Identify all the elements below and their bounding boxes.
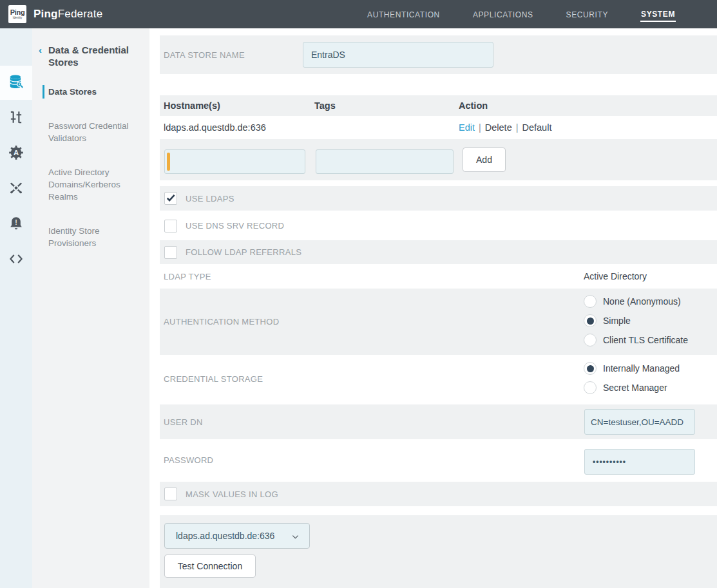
app-title-light: Federate	[58, 8, 103, 20]
radio-internally-managed[interactable]: Internally Managed	[584, 362, 680, 375]
data-stores-icon[interactable]	[8, 73, 24, 90]
radio-button-selected-icon	[584, 314, 597, 327]
user-dn-input[interactable]	[584, 409, 695, 435]
use-dns-srv-row: USE DNS SRV RECORD	[160, 214, 717, 238]
new-hostname-input[interactable]	[164, 149, 305, 174]
radio-simple[interactable]: Simple	[584, 314, 688, 327]
col-hostnames: Hostname(s)	[160, 100, 314, 111]
ping-logo-subtext: Identity	[13, 16, 23, 19]
use-ldaps-label: USE LDAPS	[186, 194, 234, 204]
radio-button-icon	[584, 334, 597, 346]
test-connection-button[interactable]: Test Connection	[164, 555, 256, 578]
main-content: DATA STORE NAME Hostname(s) Tags Action …	[160, 28, 717, 588]
password-input[interactable]	[584, 449, 695, 475]
data-store-name-input[interactable]	[303, 42, 493, 68]
top-navigation: AUTHENTICATION APPLICATIONS SECURITY SYS…	[367, 0, 676, 28]
radio-client-tls-certificate-label: Client TLS Certificate	[603, 335, 688, 345]
mask-values-row: MASK VALUES IN LOG	[160, 482, 717, 506]
alerts-bell-icon[interactable]: !	[8, 215, 24, 232]
hostname-dropdown[interactable]: ldaps.ad.questdb.de:636	[164, 523, 310, 549]
col-tags: Tags	[314, 100, 459, 111]
radio-internally-managed-label: Internally Managed	[603, 363, 680, 374]
data-store-name-row: DATA STORE NAME	[160, 35, 717, 74]
radio-simple-label: Simple	[603, 316, 631, 326]
new-tags-input[interactable]	[316, 149, 454, 174]
hosts-table-header: Hostname(s) Tags Action	[160, 95, 717, 116]
top-bar: Ping Identity PingFederate AUTHENTICATIO…	[0, 0, 717, 28]
credential-storage-group: Internally Managed Secret Manager	[584, 362, 680, 394]
svg-text:A: A	[14, 149, 19, 156]
delete-link[interactable]: Delete	[485, 122, 512, 133]
credential-storage-label: CREDENTIAL STORAGE	[164, 374, 263, 384]
ldap-type-value: Active Directory	[584, 271, 647, 281]
topology-icon[interactable]	[8, 180, 24, 196]
radio-client-tls-certificate[interactable]: Client TLS Certificate	[584, 334, 688, 346]
use-dns-srv-label: USE DNS SRV RECORD	[186, 221, 284, 231]
default-link[interactable]: Default	[522, 122, 551, 133]
radio-secret-manager[interactable]: Secret Manager	[584, 381, 680, 394]
mask-values-checkbox[interactable]	[164, 488, 177, 500]
ping-logo[interactable]: Ping Identity	[8, 5, 26, 23]
radio-button-icon	[584, 381, 597, 394]
table-row: ldaps.ad.questdb.de:636 Edit|Delete|Defa…	[160, 116, 717, 139]
follow-referrals-checkbox[interactable]	[164, 246, 177, 259]
sidebar-item-password-credential-validators[interactable]: Password Credential Validators	[48, 120, 140, 144]
ldap-type-row: LDAP TYPE Active Directory	[160, 264, 717, 289]
authentication-method-group: None (Anonymous) Simple Client TLS Certi…	[584, 295, 688, 346]
use-ldaps-row: USE LDAPS	[160, 186, 717, 211]
authentication-method-row: AUTHENTICATION METHOD None (Anonymous) S…	[160, 289, 717, 355]
radio-none-anonymous[interactable]: None (Anonymous)	[584, 295, 688, 308]
icon-rail: A !	[0, 28, 32, 588]
nav-applications[interactable]: APPLICATIONS	[472, 8, 534, 21]
data-store-name-label: DATA STORE NAME	[164, 50, 245, 60]
action-separator: |	[479, 122, 481, 133]
follow-referrals-label: FOLLOW LDAP REFERRALS	[186, 247, 301, 257]
sidebar-item-ad-domains-kerberos-realms[interactable]: Active Directory Domains/Kerberos Realms	[48, 166, 140, 203]
add-host-row: Add	[160, 139, 717, 180]
sidebar-list: Data Stores Password Credential Validato…	[48, 86, 140, 249]
sidebar: ‹ Data & Credential Stores Data Stores P…	[32, 28, 149, 588]
edit-link[interactable]: Edit	[459, 122, 475, 133]
checkmark-icon	[165, 191, 177, 204]
add-button[interactable]: Add	[463, 147, 506, 172]
nav-authentication[interactable]: AUTHENTICATION	[367, 8, 441, 21]
user-dn-row: USER DN	[160, 404, 717, 439]
action-separator: |	[516, 122, 519, 133]
ping-logo-text: Ping	[10, 9, 25, 16]
ldap-type-label: LDAP TYPE	[164, 272, 211, 281]
action-cell: Edit|Delete|Default	[459, 122, 717, 133]
radio-button-selected-icon	[584, 362, 597, 375]
credential-storage-row: CREDENTIAL STORAGE Internally Managed Se…	[160, 355, 717, 403]
follow-referrals-row: FOLLOW LDAP REFERRALS	[160, 240, 717, 264]
sliders-icon[interactable]	[8, 109, 24, 126]
use-dns-srv-checkbox[interactable]	[164, 220, 177, 232]
user-dn-label: USER DN	[164, 417, 203, 427]
password-label: PASSWORD	[164, 455, 213, 465]
password-row: PASSWORD	[160, 439, 717, 480]
mask-values-label: MASK VALUES IN LOG	[186, 489, 278, 499]
svg-text:!: !	[15, 219, 17, 226]
authentication-method-label: AUTHENTICATION METHOD	[164, 317, 279, 327]
nav-security[interactable]: SECURITY	[566, 8, 609, 21]
hostname-cell: ldaps.ad.questdb.de:636	[160, 122, 314, 133]
code-brackets-icon[interactable]	[8, 251, 24, 267]
back-chevron-icon[interactable]: ‹	[39, 44, 42, 55]
sidebar-title: Data & Credential Stores	[48, 44, 140, 68]
chevron-down-icon	[291, 533, 300, 541]
col-action: Action	[459, 100, 717, 111]
app-title-bold: Ping	[33, 8, 58, 20]
sidebar-item-identity-store-provisioners[interactable]: Identity Store Provisioners	[48, 225, 140, 249]
hostname-dropdown-value: ldaps.ad.questdb.de:636	[176, 531, 274, 541]
test-connection-section: ldaps.ad.questdb.de:636 Test Connection	[160, 515, 717, 588]
radio-button-icon	[584, 295, 597, 308]
sidebar-item-data-stores[interactable]: Data Stores	[48, 86, 140, 98]
use-ldaps-checkbox[interactable]	[164, 192, 177, 205]
admin-gear-icon[interactable]: A	[8, 144, 24, 161]
app-title: PingFederate	[33, 8, 102, 21]
radio-secret-manager-label: Secret Manager	[603, 383, 667, 393]
radio-none-anonymous-label: None (Anonymous)	[603, 296, 681, 307]
nav-system[interactable]: SYSTEM	[640, 7, 676, 22]
